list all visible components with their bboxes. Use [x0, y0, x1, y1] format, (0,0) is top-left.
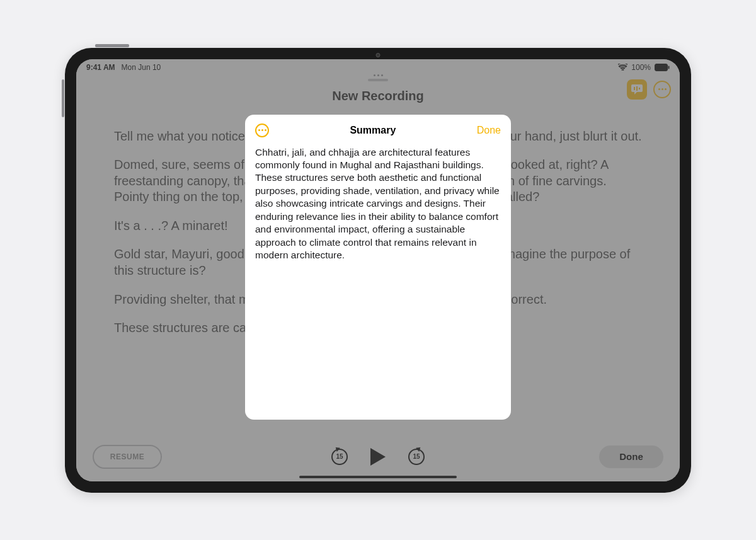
ipad-device-frame: 9:41 AM Mon Jun 10 100%	[65, 48, 691, 493]
camera-dot	[376, 53, 381, 57]
screen: 9:41 AM Mon Jun 10 100%	[76, 59, 680, 481]
modal-done-button[interactable]: Done	[477, 125, 501, 136]
modal-title: Summary	[350, 125, 396, 136]
summary-text: Chhatri, jali, and chhajja are architect…	[255, 146, 501, 262]
summary-modal: Summary Done Chhatri, jali, and chhajja …	[245, 115, 511, 420]
modal-more-button[interactable]	[255, 124, 269, 137]
